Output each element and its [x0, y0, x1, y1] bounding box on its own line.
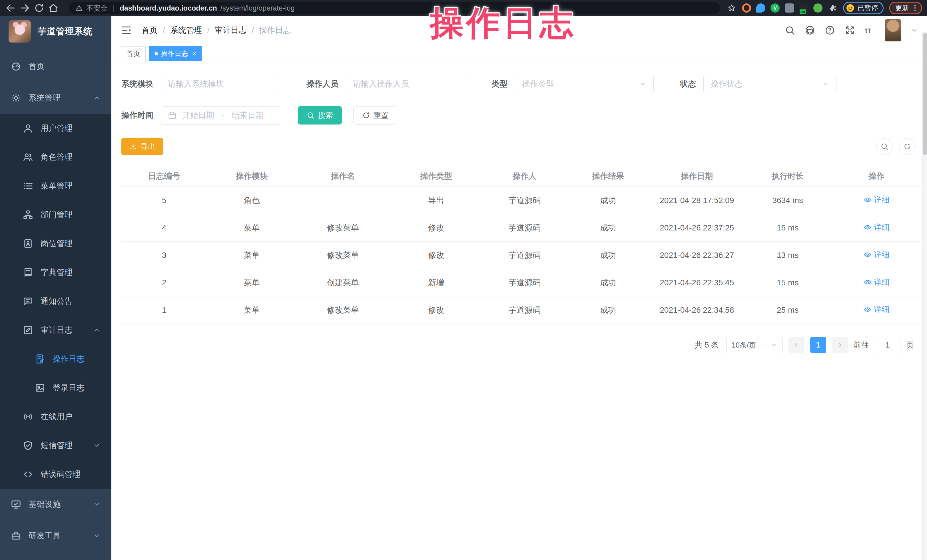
pagination-total: 共 5 条: [695, 340, 719, 350]
forward-icon[interactable]: [20, 3, 30, 14]
sidebar-item-错误码管理[interactable]: 错误码管理: [0, 460, 111, 489]
sidebar-item-岗位管理[interactable]: 岗位管理: [0, 229, 111, 258]
search-icon[interactable]: [785, 25, 795, 35]
table-header-row: 日志编号操作模块操作名操作类型操作人操作结果操作日期执行时长操作: [122, 165, 921, 187]
extension-gray-gem[interactable]: [785, 3, 794, 12]
tab-首页[interactable]: 首页: [121, 46, 146, 61]
date-range-picker[interactable]: 开始日期 - 结束日期: [161, 106, 280, 124]
sidebar-item-label: 首页: [29, 61, 44, 72]
fullscreen-icon[interactable]: [845, 25, 855, 35]
breadcrumb-item[interactable]: 首页: [142, 25, 158, 36]
url-host: dashboard.yudao.iocoder.cn: [120, 4, 217, 12]
app-logo[interactable]: 芋道管理系统: [0, 16, 111, 47]
sidebar-item-字典管理[interactable]: 字典管理: [0, 258, 111, 287]
export-button[interactable]: 导出: [122, 138, 163, 155]
logo-image: [9, 20, 31, 42]
page-scrollbar[interactable]: [922, 32, 927, 560]
goto-page-input[interactable]: 1: [875, 337, 900, 353]
sidebar-item-首页[interactable]: 首页: [0, 51, 111, 82]
prev-page-button[interactable]: [789, 337, 804, 353]
sidebar-item-通知公告[interactable]: 通知公告: [0, 287, 111, 316]
profile-paused-chip[interactable]: 已暂停: [843, 2, 884, 14]
extension-green-dot[interactable]: [813, 3, 822, 12]
reload-icon[interactable]: [34, 3, 44, 14]
next-page-button[interactable]: [832, 337, 848, 353]
filter-operator: 操作人员 请输入操作人员: [307, 75, 465, 93]
question-icon[interactable]: [825, 25, 835, 35]
status-placeholder: 操作状态: [711, 79, 743, 90]
table-cell: 芋道源码: [483, 222, 566, 233]
github-icon[interactable]: [805, 25, 815, 35]
sidebar-item-系统管理[interactable]: 系统管理: [0, 82, 111, 114]
chevron-up-icon: [93, 94, 100, 102]
chevron-down-icon: [911, 27, 918, 34]
search-button-label: 搜索: [318, 111, 333, 120]
sidebar-item-审计日志[interactable]: 审计日志: [0, 316, 111, 344]
detail-link[interactable]: 详细: [863, 277, 889, 287]
sidebar-item-在线用户[interactable]: 在线用户: [0, 402, 111, 431]
breadcrumb-item: 操作日志: [259, 25, 291, 36]
search-icon: [880, 143, 889, 150]
sidebar-item-菜单管理[interactable]: 菜单管理: [0, 171, 111, 200]
table-cell: 菜单: [207, 250, 297, 261]
user-avatar[interactable]: [885, 19, 901, 41]
sidebar-item-操作日志[interactable]: 操作日志: [0, 344, 111, 373]
detail-link[interactable]: 详细: [863, 222, 889, 232]
operator-input[interactable]: 请输入操作人员: [346, 75, 465, 93]
page-number-1[interactable]: 1: [810, 337, 826, 353]
detail-link[interactable]: 详细: [863, 304, 889, 315]
sidebar-collapse-icon[interactable]: [120, 24, 132, 36]
tab-操作日志[interactable]: 操作日志×: [149, 46, 202, 61]
type-select[interactable]: 操作类型: [515, 75, 654, 93]
breadcrumb-item[interactable]: 系统管理: [170, 25, 202, 36]
home-icon[interactable]: [48, 3, 59, 14]
breadcrumb-separator: /: [163, 26, 165, 35]
sidebar-item-短信管理[interactable]: 短信管理: [0, 431, 111, 460]
extension-blue-pin[interactable]: [756, 3, 765, 12]
column-header: 日志编号: [122, 171, 207, 182]
sidebar-item-基础设施[interactable]: 基础设施: [0, 489, 111, 520]
sidebar-item-角色管理[interactable]: 角色管理: [0, 143, 111, 171]
operate-log-icon: [35, 354, 45, 364]
browser-menu-kebab-icon[interactable]: [911, 4, 919, 12]
bookmark-star-icon[interactable]: [727, 3, 736, 12]
pagination: 共 5 条 10条/页 1 前往 1 页: [122, 337, 914, 353]
table-cell: 芋道源码: [483, 277, 566, 288]
refresh-icon: [362, 111, 370, 119]
reset-button[interactable]: 重置: [353, 106, 397, 124]
scrollbar-thumb[interactable]: [923, 33, 927, 155]
sidebar-item-研发工具[interactable]: 研发工具: [0, 520, 111, 551]
browser-window: 不安全 | dashboard.yudao.iocoder.cn/system/…: [0, 0, 927, 560]
detail-link[interactable]: 详细: [863, 250, 889, 260]
extensions-puzzle-icon[interactable]: [828, 3, 837, 12]
sidebar-item-label: 菜单管理: [41, 181, 73, 191]
sidebar-item-用户管理[interactable]: 用户管理: [0, 114, 111, 143]
table-cell-actions: 详细: [831, 195, 921, 206]
back-icon[interactable]: [5, 3, 16, 14]
close-tab-icon[interactable]: ×: [192, 50, 196, 57]
extension-orange-ring[interactable]: [742, 3, 751, 12]
sidebar-item-登录日志[interactable]: 登录日志: [0, 373, 111, 402]
refresh-table-button[interactable]: [899, 138, 916, 155]
module-input[interactable]: 请输入系统模块: [161, 75, 280, 93]
sidebar-item-label: 部门管理: [41, 209, 73, 220]
toggle-search-button[interactable]: [876, 138, 893, 155]
search-icon: [307, 111, 315, 119]
font-size-icon[interactable]: tT: [865, 25, 875, 35]
browser-update-button[interactable]: 更新: [889, 2, 922, 14]
dict-book-icon: [23, 267, 33, 278]
sidebar-item-部门管理[interactable]: 部门管理: [0, 200, 111, 229]
sidebar-item-label: 角色管理: [41, 152, 73, 162]
table-cell-actions: 详细: [831, 222, 921, 233]
extension-proxy-on[interactable]: [799, 3, 808, 12]
page-size-select[interactable]: 10条/页: [726, 337, 783, 353]
extension-green-v[interactable]: V: [770, 3, 780, 12]
breadcrumb-separator: /: [207, 26, 210, 35]
operator-placeholder: 请输入操作人员: [353, 79, 409, 90]
detail-link[interactable]: 详细: [863, 195, 889, 205]
status-select[interactable]: 操作状态: [704, 75, 836, 93]
filter-module: 系统模块 请输入系统模块: [122, 75, 280, 93]
address-bar[interactable]: 不安全 | dashboard.yudao.iocoder.cn/system/…: [69, 2, 720, 14]
search-button[interactable]: 搜索: [298, 106, 342, 124]
breadcrumb-item[interactable]: 审计日志: [215, 25, 247, 36]
